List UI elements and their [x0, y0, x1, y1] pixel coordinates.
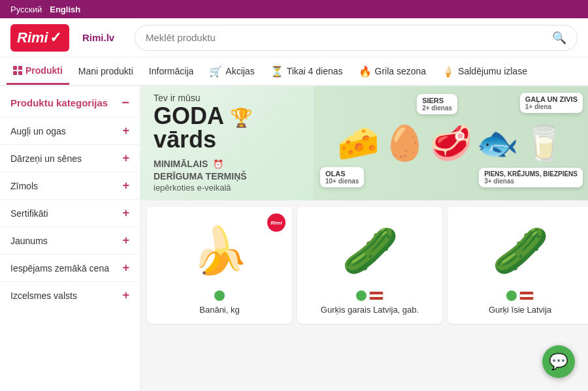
expand-icon[interactable]: + — [122, 289, 129, 302]
main-nav: Produkti Mani produkti Informācija 🛒 Akc… — [0, 57, 588, 86]
logo-text: Rimi — [17, 29, 48, 46]
eco-tag — [506, 290, 517, 301]
lang-english[interactable]: English — [50, 5, 80, 14]
clock-icon: ⏰ — [213, 159, 223, 169]
nav-grila-sezona[interactable]: 🔥 Grila sezona — [352, 57, 433, 85]
sidebar-item-jaunums[interactable]: Jaunums + — [0, 227, 140, 254]
product-tags — [356, 290, 384, 301]
search-icon[interactable]: 🔍 — [552, 31, 566, 45]
sidebar: Produktu kategorijas − Augļi un ogas + D… — [0, 86, 140, 391]
nav-informacija[interactable]: Informācija — [142, 57, 200, 85]
eco-tag — [356, 290, 367, 301]
sidebar-item-sertifikati[interactable]: Sertifikāti + — [0, 199, 140, 227]
search-input[interactable] — [146, 32, 552, 43]
nav-tikai-4-dienas[interactable]: ⏳ Tikai 4 dienas — [264, 57, 350, 85]
product-tags — [214, 290, 225, 301]
hourglass-icon: ⏳ — [270, 65, 284, 78]
expand-icon[interactable]: + — [122, 179, 129, 193]
grid-icon — [13, 66, 22, 75]
sidebar-item-augji[interactable]: Augļi un ogas + — [0, 117, 140, 144]
siers-badge: SIERS 2+ dienas — [417, 94, 457, 114]
header: Rimi ✓ Rimi.lv 🔍 — [0, 18, 588, 57]
sidebar-item-izcelsmes[interactable]: Izcelsmes valsts + — [0, 281, 140, 309]
latvia-flag — [519, 291, 534, 300]
main-content: Produktu kategorijas − Augļi un ogas + D… — [0, 86, 588, 391]
banner-left: Tev ir mūsu GODA 🏆 vārds MINIMĀLAIS ⏰ DE… — [140, 86, 314, 200]
banner-subtitle: MINIMĀLAIS ⏰ DERĪGUMA TERMIŅŠ iepērkotie… — [154, 158, 301, 194]
logo[interactable]: Rimi ✓ — [10, 24, 69, 52]
product-image-banani: 🍌 — [191, 215, 248, 287]
product-grid: Rimi 🍌 Banāni, kg 🥒 — [140, 200, 588, 330]
product-image-gurkis1: 🥒 — [342, 215, 399, 287]
product-name-gurkis2: Gurķi īsie Latvija — [489, 305, 551, 316]
nav-akcijas[interactable]: 🛒 Akcijas — [203, 57, 261, 85]
icecream-icon: 🍦 — [442, 65, 455, 78]
product-name-banani: Banāni, kg — [199, 305, 239, 316]
sidebar-item-darzeni[interactable]: Dārzeņi un sēnes + — [0, 144, 140, 172]
product-card-gurkis-isie[interactable]: 🥒 Gurķi īsie Latvija — [448, 207, 588, 324]
cheese-icon: 🧀 — [337, 123, 380, 163]
promo-banner: Tev ir mūsu GODA 🏆 vārds MINIMĀLAIS ⏰ DE… — [140, 86, 588, 200]
rimi-lv-link[interactable]: Rimi.lv — [82, 32, 122, 43]
sidebar-item-zimols[interactable]: Zīmols + — [0, 172, 140, 199]
nav-mani-produkti[interactable]: Mani produkti — [72, 57, 140, 85]
search-bar[interactable]: 🔍 — [135, 25, 578, 51]
expand-icon[interactable]: + — [122, 261, 129, 275]
banner-right: 🧀 🥚 🥩 🐟 🥛 SIERS 2+ dienas OLAS 10+ diena… — [314, 86, 588, 200]
banner-food-display: 🧀 🥚 🥩 🐟 🥛 SIERS 2+ dienas OLAS 10+ diena… — [314, 86, 588, 200]
product-image-gurkis2: 🥒 — [492, 215, 549, 287]
meat-icon: 🥩 — [430, 123, 472, 163]
banner-title: GODA 🏆 vārds — [154, 104, 301, 151]
expand-icon[interactable]: + — [122, 124, 129, 138]
sidebar-main-category: Produktu kategorijas − — [0, 86, 140, 117]
language-bar: Русский English — [0, 0, 588, 18]
food-icons: 🧀 🥚 🥩 🐟 🥛 — [331, 117, 572, 170]
expand-icon[interactable]: + — [122, 151, 129, 165]
gala-badge: GAĻA UN ZIVIS 1+ diena — [520, 93, 583, 113]
piens-badge: PIENS, KRĒJUMS, BIEZPIENS 3+ dienas — [479, 168, 583, 187]
fish-icon: 🐟 — [476, 123, 519, 163]
expand-icon[interactable]: + — [122, 206, 129, 220]
content-area: Tev ir mūsu GODA 🏆 vārds MINIMĀLAIS ⏰ DE… — [140, 86, 588, 391]
milk-icon: 🥛 — [523, 123, 565, 163]
product-card-banani[interactable]: Rimi 🍌 Banāni, kg — [147, 207, 292, 324]
nav-saldejumu-izlase[interactable]: 🍦 Saldējumu izlase — [435, 57, 534, 85]
sidebar-item-iespejams[interactable]: Iespējams zemākā cena + — [0, 254, 140, 281]
chat-icon: 💬 — [549, 352, 568, 371]
eco-tag — [214, 290, 225, 301]
banner-tagline: Tev ir mūsu — [154, 93, 301, 103]
latvia-flag — [369, 291, 384, 300]
cart-icon: 🛒 — [209, 65, 222, 78]
rimi-badge: Rimi — [267, 213, 286, 232]
collapse-icon[interactable]: − — [122, 95, 129, 110]
product-name-gurkis1: Gurķis garais Latvija, gab. — [321, 305, 419, 316]
chat-widget[interactable]: 💬 — [542, 345, 575, 378]
olas-badge: OLAS 10+ dienas — [320, 167, 364, 187]
expand-icon[interactable]: + — [122, 234, 129, 247]
product-tags — [506, 290, 534, 301]
egg-icon: 🥚 — [384, 123, 426, 163]
product-card-gurkis-garais[interactable]: 🥒 Gurķis garais Latvija, gab. — [297, 207, 442, 324]
logo-check: ✓ — [50, 29, 61, 46]
fire-icon: 🔥 — [359, 65, 372, 78]
lang-russian[interactable]: Русский — [10, 5, 42, 14]
banner-trophy: 🏆 — [230, 108, 253, 128]
nav-produkti[interactable]: Produkti — [7, 57, 69, 85]
